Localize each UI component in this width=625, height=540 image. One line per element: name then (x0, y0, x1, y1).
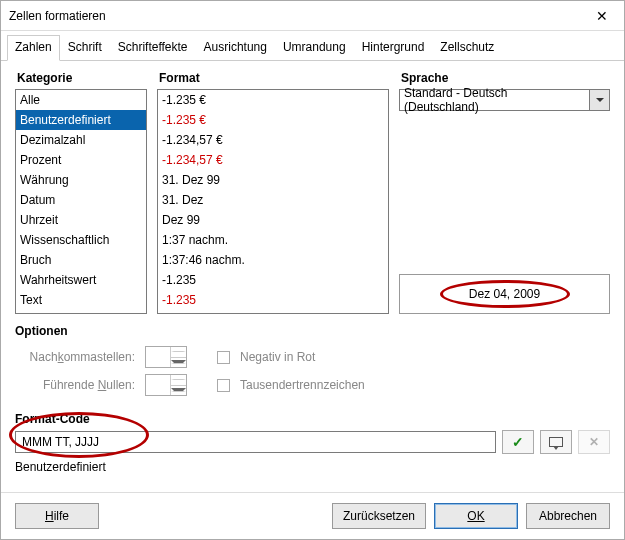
check-icon: ✓ (512, 434, 524, 450)
nullen-input[interactable] (146, 375, 170, 395)
list-item[interactable]: -1.234,57 € (158, 150, 372, 170)
tab-label: Zahlen (15, 40, 52, 54)
ok-button[interactable]: OK (434, 503, 518, 529)
tab-label: Schrifteffekte (118, 40, 188, 54)
list-item[interactable]: Dezimalzahl (16, 130, 146, 150)
sprache-select[interactable]: Standard - Deutsch (Deutschland) (399, 89, 590, 111)
window-title: Zellen formatieren (9, 9, 106, 23)
nachkomma-label: Nachkommastellen: (15, 350, 135, 364)
tab-label: Umrandung (283, 40, 346, 54)
list-item[interactable]: 31. Dez 99 (158, 170, 372, 190)
dialog-footer: Hilfe Zurücksetzen OK Abbrechen (1, 492, 624, 539)
list-item[interactable]: -1.235 € (158, 90, 372, 110)
format-listbox[interactable]: -1.235 €-1.235 €-1.234,57 €-1.234,57 €31… (157, 89, 389, 314)
preview-text: Dez 04, 2009 (469, 287, 540, 301)
x-icon: ✕ (589, 435, 599, 449)
tab-label: Hintergrund (362, 40, 425, 54)
chevron-down-icon (596, 98, 604, 102)
spin-up-button[interactable] (171, 347, 186, 358)
kategorie-listbox[interactable]: AlleBenutzerdefiniertDezimalzahlProzentW… (15, 89, 147, 314)
reset-label: Zurücksetzen (343, 509, 415, 523)
kategorie-label: Kategorie (15, 71, 147, 89)
list-item[interactable]: Bruch (16, 250, 146, 270)
list-item[interactable]: -1.235 (158, 270, 372, 290)
comment-icon (549, 437, 563, 447)
sprache-value: Standard - Deutsch (Deutschland) (404, 86, 585, 114)
tausender-checkbox[interactable] (217, 379, 230, 392)
triangle-up-icon (171, 351, 186, 352)
sprache-dropdown-button[interactable] (590, 89, 610, 111)
nachkomma-spinner[interactable] (145, 346, 187, 368)
cancel-button[interactable]: Abbrechen (526, 503, 610, 529)
list-item[interactable]: Wahrheitswert (16, 270, 146, 290)
tausender-label: Tausendertrennzeichen (240, 378, 365, 392)
nullen-label: Führende Nullen: (15, 378, 135, 392)
help-label-rest: ilfe (54, 509, 69, 523)
spin-up-button[interactable] (171, 375, 186, 386)
triangle-up-icon (171, 379, 186, 380)
optionen-section: Optionen Nachkommastellen: Negativ in Ro… (15, 324, 610, 402)
list-item[interactable]: Währung (16, 170, 146, 190)
titlebar: Zellen formatieren ✕ (1, 1, 624, 31)
status-line: Benutzerdefiniert (15, 460, 610, 474)
help-button[interactable]: Hilfe (15, 503, 99, 529)
tab-label: Zellschutz (440, 40, 494, 54)
triangle-down-icon (171, 388, 186, 392)
dialog-window: Zellen formatieren ✕ Zahlen Schrift Schr… (0, 0, 625, 540)
tab-bar: Zahlen Schrift Schrifteffekte Ausrichtun… (1, 31, 624, 61)
tab-zellschutz[interactable]: Zellschutz (432, 35, 502, 60)
list-item[interactable]: -1.235 (158, 290, 372, 310)
list-item[interactable]: Uhrzeit (16, 210, 146, 230)
negativ-label: Negativ in Rot (240, 350, 315, 364)
ok-label: OK (467, 509, 484, 523)
delete-code-button[interactable]: ✕ (578, 430, 610, 454)
tab-hintergrund[interactable]: Hintergrund (354, 35, 433, 60)
list-item[interactable]: Dez 99 (158, 210, 372, 230)
dialog-body: Kategorie AlleBenutzerdefiniertDezimalza… (1, 61, 624, 492)
optionen-header: Optionen (15, 324, 610, 338)
close-button[interactable]: ✕ (582, 2, 622, 30)
tab-umrandung[interactable]: Umrandung (275, 35, 354, 60)
list-item[interactable]: 1:37 nachm. (158, 230, 372, 250)
list-item[interactable]: Datum (16, 190, 146, 210)
list-item[interactable]: Benutzerdefiniert (16, 110, 146, 130)
spin-down-button[interactable] (171, 386, 186, 396)
tab-ausrichtung[interactable]: Ausrichtung (196, 35, 275, 60)
triangle-down-icon (171, 360, 186, 364)
list-item[interactable]: -1.234,57 (158, 310, 372, 314)
tab-label: Ausrichtung (204, 40, 267, 54)
cancel-label: Abbrechen (539, 509, 597, 523)
format-label: Format (157, 71, 389, 89)
list-item[interactable]: Alle (16, 90, 146, 110)
list-item[interactable]: 31. Dez (158, 190, 372, 210)
format-code-input[interactable] (15, 431, 496, 453)
spin-down-button[interactable] (171, 358, 186, 368)
nachkomma-input[interactable] (146, 347, 170, 367)
preview-box: Dez 04, 2009 (399, 274, 610, 314)
tab-schrifteffekte[interactable]: Schrifteffekte (110, 35, 196, 60)
negativ-checkbox[interactable] (217, 351, 230, 364)
close-icon: ✕ (596, 8, 608, 24)
tab-zahlen[interactable]: Zahlen (7, 35, 60, 61)
tab-label: Schrift (68, 40, 102, 54)
comment-button[interactable] (540, 430, 572, 454)
tab-schrift[interactable]: Schrift (60, 35, 110, 60)
list-item[interactable]: Text (16, 290, 146, 310)
list-item[interactable]: -1.235 € (158, 110, 372, 130)
list-item[interactable]: Wissenschaftlich (16, 230, 146, 250)
list-item[interactable]: 1:37:46 nachm. (158, 250, 372, 270)
reset-button[interactable]: Zurücksetzen (332, 503, 426, 529)
format-code-header: Format-Code (15, 412, 610, 426)
list-item[interactable]: Prozent (16, 150, 146, 170)
list-item[interactable]: -1.234,57 € (158, 130, 372, 150)
apply-code-button[interactable]: ✓ (502, 430, 534, 454)
nullen-spinner[interactable] (145, 374, 187, 396)
format-code-header-text: Format-Code (15, 412, 90, 426)
